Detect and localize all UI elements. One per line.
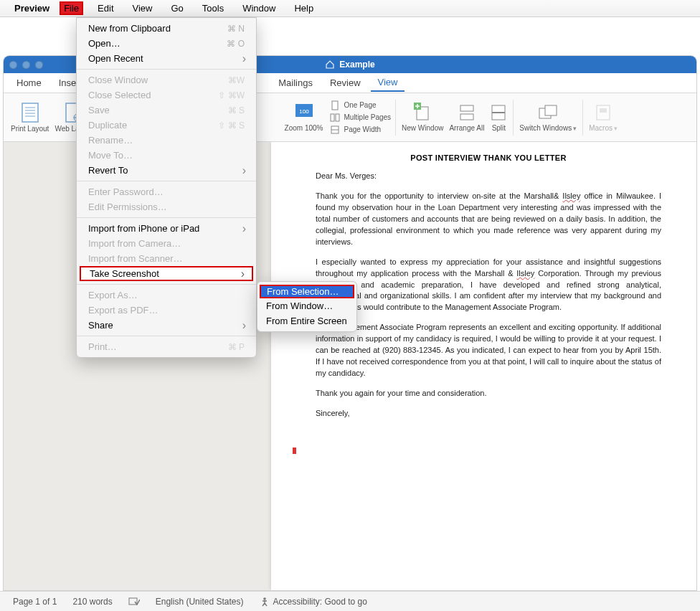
status-language[interactable]: English (United States) [156, 597, 244, 607]
status-bar: Page 1 of 1 210 words English (United St… [0, 591, 700, 611]
status-page[interactable]: Page 1 of 1 [13, 597, 57, 607]
doc-closing: Sincerely, [316, 408, 661, 420]
doc-greeting: Dear Ms. Verges: [316, 171, 661, 182]
cursor-marker [293, 447, 296, 454]
macos-menubar: Preview File Edit View Go Tools Window H… [0, 0, 700, 17]
menu-go[interactable]: Go [166, 1, 187, 15]
svg-rect-12 [331, 114, 334, 121]
doc-p3: The Management Associate Program represe… [316, 322, 661, 379]
menu-open[interactable]: Open…⌘ O [77, 36, 256, 51]
menu-export-as[interactable]: Export As… [77, 288, 256, 303]
menu-import-scanner[interactable]: Import from Scanner… [77, 251, 256, 266]
macros-label: Macros▾ [589, 124, 618, 132]
svg-rect-13 [336, 114, 339, 121]
home-icon [325, 60, 335, 70]
new-window-label: New Window [402, 124, 443, 132]
svg-rect-21 [460, 114, 473, 120]
menu-window[interactable]: Window [238, 1, 280, 15]
switch-windows-button[interactable]: Switch Windows▾ [516, 101, 580, 133]
svg-rect-27 [600, 108, 607, 113]
zoom-dot[interactable] [35, 61, 43, 69]
page-width-button[interactable]: Page Width [328, 124, 392, 136]
doc-p4: Thank you again for your time and consid… [316, 388, 661, 399]
menu-tools[interactable]: Tools [198, 1, 228, 15]
tab-view[interactable]: View [371, 74, 405, 92]
arrange-all-label: Arrange All [449, 124, 484, 132]
menu-open-recent[interactable]: Open Recent [77, 51, 256, 66]
menu-import-iphone[interactable]: Import from iPhone or iPad [77, 221, 256, 236]
menu-revert-to[interactable]: Revert To [77, 163, 256, 178]
switch-windows-label: Switch Windows▾ [519, 124, 577, 132]
document-page[interactable]: POST INTERVIEW THANK YOU LETTER Dear Ms.… [271, 142, 696, 590]
svg-rect-25 [545, 105, 557, 115]
menu-share[interactable]: Share [77, 318, 256, 333]
menu-edit-permissions[interactable]: Edit Permissions… [77, 199, 256, 214]
menu-enter-password[interactable]: Enter Password… [77, 184, 256, 199]
tab-review[interactable]: Review [323, 75, 368, 91]
svg-text:100: 100 [299, 108, 309, 115]
menu-new-from-clipboard[interactable]: New from Clipboard⌘ N [77, 21, 256, 36]
tab-mailings[interactable]: Mailings [271, 75, 320, 91]
menu-take-screenshot[interactable]: Take Screenshot [80, 266, 253, 281]
tab-home[interactable]: Home [9, 75, 49, 91]
file-menu: New from Clipboard⌘ N Open…⌘ O Open Rece… [76, 17, 257, 358]
menu-move-to[interactable]: Move To… [77, 148, 256, 163]
menu-import-camera[interactable]: Import from Camera… [77, 236, 256, 251]
zoom-button[interactable]: 100 Zoom 100% [282, 101, 326, 133]
macros-button[interactable]: Macros▾ [586, 101, 620, 133]
menu-rename[interactable]: Rename… [77, 133, 256, 148]
menu-close-window[interactable]: Close Window⌘W [77, 72, 256, 87]
app-name[interactable]: Preview [14, 3, 49, 14]
doc-title: POST INTERVIEW THANK YOU LETTER [316, 153, 661, 162]
one-page-button[interactable]: One Page [328, 100, 392, 111]
multiple-pages-button[interactable]: Multiple Pages [328, 112, 392, 123]
svg-point-29 [263, 597, 266, 600]
menu-file[interactable]: File [60, 1, 83, 15]
status-accessibility[interactable]: Accessibility: Good to go [260, 597, 367, 607]
status-words[interactable]: 210 words [72, 597, 112, 607]
submenu-from-window[interactable]: From Window… [257, 298, 356, 313]
minimize-dot[interactable] [22, 61, 30, 69]
split-label: Split [492, 124, 506, 132]
menu-print[interactable]: Print…⌘ P [77, 339, 256, 354]
window-title: Example [339, 60, 374, 70]
status-spellcheck-icon[interactable] [128, 597, 140, 607]
doc-p1: Thank you for the opportunity to intervi… [316, 191, 661, 248]
svg-rect-0 [22, 103, 38, 122]
menu-close-selected[interactable]: Close Selected⇧ ⌘W [77, 87, 256, 103]
doc-p2: I especially wanted to express my apprec… [316, 257, 661, 314]
menu-export-pdf[interactable]: Export as PDF… [77, 303, 256, 318]
traffic-lights [9, 61, 43, 69]
svg-rect-11 [332, 101, 338, 110]
submenu-from-selection[interactable]: From Selection… [260, 285, 354, 298]
menu-help[interactable]: Help [290, 1, 318, 15]
print-layout-label: Print Layout [11, 125, 49, 133]
zoom-label: Zoom 100% [285, 124, 323, 132]
menu-view[interactable]: View [128, 1, 157, 15]
arrange-all-button[interactable]: Arrange All [446, 101, 487, 133]
menu-save[interactable]: Save⌘ S [77, 103, 256, 118]
new-window-button[interactable]: New Window [399, 101, 446, 133]
close-dot[interactable] [9, 61, 17, 69]
menu-duplicate[interactable]: Duplicate⇧ ⌘ S [77, 118, 256, 133]
print-layout-button[interactable]: Print Layout [8, 100, 52, 134]
svg-rect-20 [460, 105, 473, 111]
menu-edit[interactable]: Edit [93, 1, 118, 15]
submenu-from-entire-screen[interactable]: From Entire Screen [257, 313, 356, 328]
split-button[interactable]: Split [487, 101, 510, 133]
screenshot-submenu: From Selection… From Window… From Entire… [257, 281, 357, 332]
